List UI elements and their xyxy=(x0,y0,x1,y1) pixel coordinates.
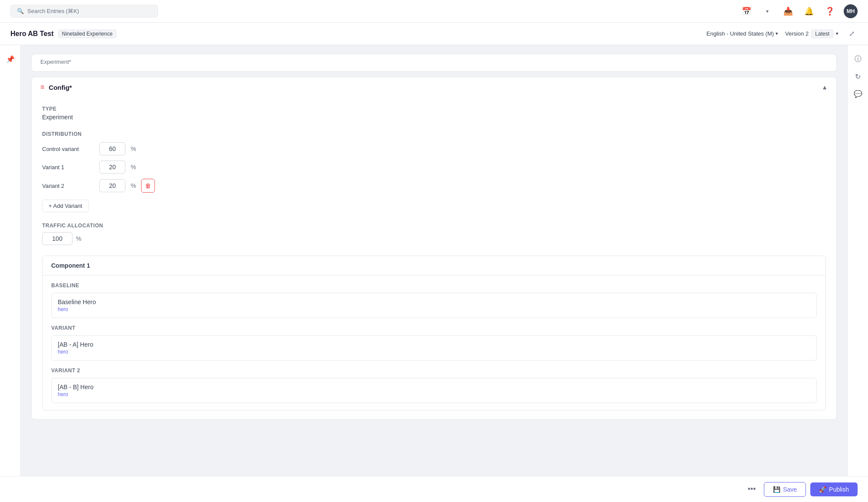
variant-entry-card[interactable]: [AB - A] Hero hero xyxy=(51,335,817,361)
config-title: Config* xyxy=(49,84,72,91)
config-section: ≡ Config* ▲ Type Experiment Distribution xyxy=(31,77,837,420)
distribution-field: Distribution Control variant % Variant 1 xyxy=(42,131,826,212)
inbox-icon[interactable]: 📥 xyxy=(781,4,795,18)
control-pct-symbol: % xyxy=(131,145,136,152)
left-pin-column: 📌 xyxy=(0,45,21,502)
chevron-down-icon[interactable]: ▾ xyxy=(760,4,774,18)
control-variant-input[interactable] xyxy=(99,142,125,155)
experiment-label: Experiment* xyxy=(32,54,836,71)
delete-icon: 🗑 xyxy=(145,182,151,189)
calendar-icon[interactable]: 📅 xyxy=(740,4,753,18)
variant-label: Variant xyxy=(51,325,817,331)
variant1-row: Variant 1 % xyxy=(42,161,826,174)
traffic-allocation-field: Traffic allocation % xyxy=(42,223,826,245)
component1-body: Baseline Baseline Hero hero Variant [AB … xyxy=(43,276,825,410)
expand-icon[interactable]: ⤢ xyxy=(845,28,858,40)
type-field: Type Experiment xyxy=(42,106,826,121)
version-selector[interactable]: Version 2 Latest ▾ xyxy=(785,30,838,38)
variant2-input[interactable] xyxy=(99,179,125,192)
baseline-entry-card[interactable]: Baseline Hero hero xyxy=(51,293,817,318)
type-value: Experiment xyxy=(42,114,826,121)
variant1-pct-symbol: % xyxy=(131,164,136,171)
main-content: Experiment* ≡ Config* ▲ Type Experiment … xyxy=(21,45,847,502)
search-placeholder: Search Entries (⌘K) xyxy=(27,8,79,14)
distribution-rows: Control variant % Variant 1 % Vari xyxy=(42,142,826,193)
page-title: Hero AB Test xyxy=(10,30,54,38)
component1-header: Component 1 xyxy=(43,256,825,276)
distribution-label: Distribution xyxy=(42,131,826,137)
variant-entry-slug: hero xyxy=(58,349,810,355)
baseline-entry-title: Baseline Hero xyxy=(58,299,810,305)
config-section-header[interactable]: ≡ Config* ▲ xyxy=(32,77,836,97)
sub-header: Hero AB Test Ninetailed Experience Engli… xyxy=(0,23,868,45)
variant2-entry-title: [AB - B] Hero xyxy=(58,384,810,390)
variant1-input[interactable] xyxy=(99,161,125,174)
search-icon: 🔍 xyxy=(17,8,24,14)
config-chevron-icon: ▲ xyxy=(822,84,828,91)
control-variant-label: Control variant xyxy=(42,146,94,152)
help-icon[interactable]: ❓ xyxy=(823,4,837,18)
publish-label: Publish xyxy=(829,486,849,493)
pin-icon[interactable]: 📌 xyxy=(3,52,17,66)
experience-badge: Ninetailed Experience xyxy=(58,30,117,38)
search-bar[interactable]: 🔍 Search Entries (⌘K) xyxy=(10,5,158,17)
layout: 📌 Experiment* ≡ Config* ▲ Type Experimen… xyxy=(0,45,868,502)
comment-icon[interactable]: 💬 xyxy=(851,87,865,101)
variant2-section-label: Variant 2 xyxy=(51,367,817,374)
avatar[interactable]: MH xyxy=(844,4,858,18)
more-options-button[interactable]: ••• xyxy=(744,482,760,497)
variant2-entry-card[interactable]: [AB - B] Hero hero xyxy=(51,378,817,403)
version-label: Version 2 xyxy=(785,30,809,37)
component1-card: Component 1 Baseline Baseline Hero hero … xyxy=(42,256,826,410)
add-variant-label: + Add Variant xyxy=(49,203,82,209)
top-navigation: 🔍 Search Entries (⌘K) 📅 ▾ 📥 🔔 ❓ MH xyxy=(0,0,868,23)
variant2-pct-symbol: % xyxy=(131,182,136,189)
variant2-row: Variant 2 % 🗑 xyxy=(42,179,826,193)
variant2-label: Variant 2 xyxy=(42,183,94,189)
publish-button[interactable]: 🚀 Publish xyxy=(810,482,858,496)
type-label: Type xyxy=(42,106,826,112)
delete-variant2-button[interactable]: 🗑 xyxy=(141,179,155,193)
save-icon: 💾 xyxy=(773,486,780,493)
sync-icon[interactable]: ↻ xyxy=(851,69,865,83)
bottom-toolbar: ••• 💾 Save 🚀 Publish xyxy=(0,476,868,502)
version-chevron-icon: ▾ xyxy=(836,31,838,36)
add-variant-button[interactable]: + Add Variant xyxy=(42,200,89,212)
traffic-allocation-label: Traffic allocation xyxy=(42,223,826,229)
traffic-input[interactable] xyxy=(42,232,72,245)
more-icon: ••• xyxy=(748,485,756,494)
experiment-section: Experiment* xyxy=(31,54,837,72)
locale-chevron-icon: ▾ xyxy=(776,31,778,36)
save-button[interactable]: 💾 Save xyxy=(764,482,806,497)
entry-title-area: Hero AB Test Ninetailed Experience xyxy=(10,30,116,38)
nav-right: 📅 ▾ 📥 🔔 ❓ MH xyxy=(740,4,858,18)
control-variant-row: Control variant % xyxy=(42,142,826,155)
traffic-pct-symbol: % xyxy=(76,235,81,242)
variant-entry-title: [AB - A] Hero xyxy=(58,341,810,348)
baseline-label: Baseline xyxy=(51,282,817,289)
save-label: Save xyxy=(783,486,797,493)
variant2-entry-slug: hero xyxy=(58,391,810,397)
sub-header-right: English - United States (M) ▾ Version 2 … xyxy=(707,28,858,40)
config-body: Type Experiment Distribution Control var… xyxy=(32,97,836,419)
traffic-row: % xyxy=(42,232,826,245)
locale-selector[interactable]: English - United States (M) ▾ xyxy=(707,30,778,37)
version-badge: Latest xyxy=(811,30,833,38)
variant1-label: Variant 1 xyxy=(42,164,94,171)
locale-label: English - United States (M) xyxy=(707,30,774,37)
config-list-icon: ≡ xyxy=(40,83,44,91)
info-icon[interactable]: ⓘ xyxy=(851,52,865,66)
right-sidebar: ⓘ ↻ 💬 xyxy=(847,45,868,502)
bell-icon[interactable]: 🔔 xyxy=(802,4,816,18)
baseline-entry-slug: hero xyxy=(58,306,810,312)
publish-icon: 🚀 xyxy=(819,486,826,493)
